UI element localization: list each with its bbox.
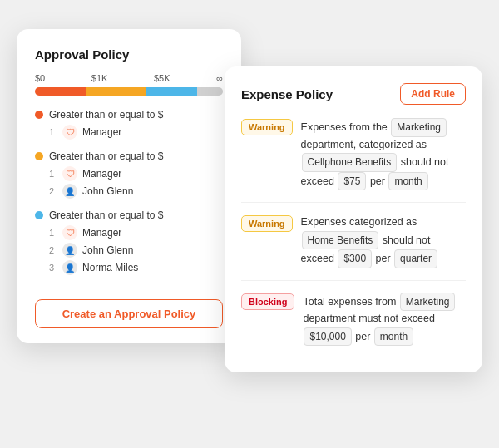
approver-name: Manager [82, 227, 121, 239]
blocking-badge: Blocking [241, 293, 294, 310]
expense-header: Expense Policy Add Rule [241, 83, 466, 105]
tier-2-approvers: 1 🛡 Manager 2 👤 John Glenn [35, 166, 223, 199]
tier-1-header: Greater than or equal to $ [35, 109, 223, 121]
approver-row: 2 👤 John Glenn [49, 184, 223, 199]
track-segment-blue [146, 87, 197, 96]
rule-3: Blocking Total expenses from Marketing d… [241, 293, 466, 347]
approver-row: 2 👤 John Glenn [49, 243, 223, 258]
approval-policy-card: Approval Policy $0 $1K $5K ∞ Greater tha… [17, 29, 241, 343]
rule-tag: Home Benefits [302, 231, 379, 250]
rule-tag: $75 [338, 172, 366, 191]
slider-label-1: $1K [91, 73, 108, 83]
rule-tag: $10,000 [304, 327, 351, 347]
rule-tag: month [388, 172, 427, 191]
warning-badge-1: Warning [241, 119, 293, 135]
person-icon: 👤 [62, 243, 77, 258]
approver-name: Norma Miles [82, 262, 138, 273]
rule-divider [241, 202, 466, 203]
add-rule-button[interactable]: Add Rule [400, 83, 466, 105]
expense-card-title: Expense Policy [241, 87, 333, 101]
approver-num: 3 [49, 263, 57, 273]
rule-divider [241, 280, 466, 281]
rule-1-text: Expenses from the Marketing department, … [301, 118, 466, 190]
rule-2-text: Expenses categorized as Home Benefits sh… [301, 214, 466, 268]
tier-2-header: Greater than or equal to $ [35, 150, 223, 162]
track-segment-red [35, 87, 86, 96]
rule-tag: Marketing [400, 293, 456, 312]
tier-2: Greater than or equal to $ 1 🛡 Manager 2… [35, 150, 223, 199]
rule-tag: $300 [338, 249, 372, 268]
tier-3-approvers: 1 🛡 Manager 2 👤 John Glenn 3 👤 Norma Mil… [35, 225, 223, 275]
person-icon: 👤 [62, 184, 77, 199]
expense-policy-card: Expense Policy Add Rule Warning Expenses… [225, 66, 482, 372]
track-segment-gray [197, 87, 223, 96]
rule-tag: Marketing [391, 118, 447, 137]
tier-1: Greater than or equal to $ 1 🛡 Manager [35, 109, 223, 140]
approver-num: 1 [49, 169, 57, 179]
approver-num: 1 [49, 228, 57, 238]
tier-3: Greater than or equal to $ 1 🛡 Manager 2… [35, 209, 223, 275]
rule-tag: Cellphone Benefits [302, 153, 398, 172]
create-approval-policy-button[interactable]: Create an Approval Policy [35, 299, 223, 328]
tier-2-label: Greater than or equal to $ [49, 150, 163, 162]
tier-1-dot [35, 111, 43, 119]
approver-num: 1 [49, 127, 57, 137]
approver-name: Manager [82, 168, 121, 180]
approver-name: John Glenn [82, 244, 133, 256]
shield-icon: 🛡 [62, 166, 77, 181]
approver-row: 3 👤 Norma Miles [49, 260, 223, 275]
rule-1: Warning Expenses from the Marketing depa… [241, 118, 466, 190]
approver-row: 1 🛡 Manager [49, 125, 223, 140]
approver-num: 2 [49, 186, 57, 196]
slider-label-0: $0 [35, 73, 45, 83]
approver-row: 1 🛡 Manager [49, 166, 223, 181]
warning-badge-2: Warning [241, 215, 293, 232]
tier-1-approvers: 1 🛡 Manager [35, 125, 223, 140]
tier-2-dot [35, 152, 43, 160]
slider-label-2: $5K [154, 73, 170, 83]
shield-icon: 🛡 [62, 225, 77, 240]
approval-card-title: Approval Policy [35, 47, 223, 62]
rule-2: Warning Expenses categorized as Home Ben… [241, 214, 466, 268]
rule-3-text: Total expenses from Marketing department… [303, 293, 466, 347]
rule-tag: quarter [394, 249, 437, 268]
approver-name: John Glenn [82, 185, 133, 197]
approver-name: Manager [82, 126, 121, 138]
approver-num: 2 [49, 245, 57, 255]
shield-icon: 🛡 [62, 125, 77, 140]
approver-row: 1 🛡 Manager [49, 225, 223, 240]
tier-3-dot [35, 211, 43, 219]
track-segment-orange [86, 87, 146, 96]
slider-track [35, 87, 223, 96]
slider-label-3: ∞ [216, 73, 223, 83]
rule-tag: month [374, 327, 413, 347]
tier-3-header: Greater than or equal to $ [35, 209, 223, 221]
tier-1-label: Greater than or equal to $ [49, 109, 163, 121]
slider-labels: $0 $1K $5K ∞ [35, 73, 223, 83]
person-icon: 👤 [62, 260, 77, 275]
tier-3-label: Greater than or equal to $ [49, 209, 163, 221]
